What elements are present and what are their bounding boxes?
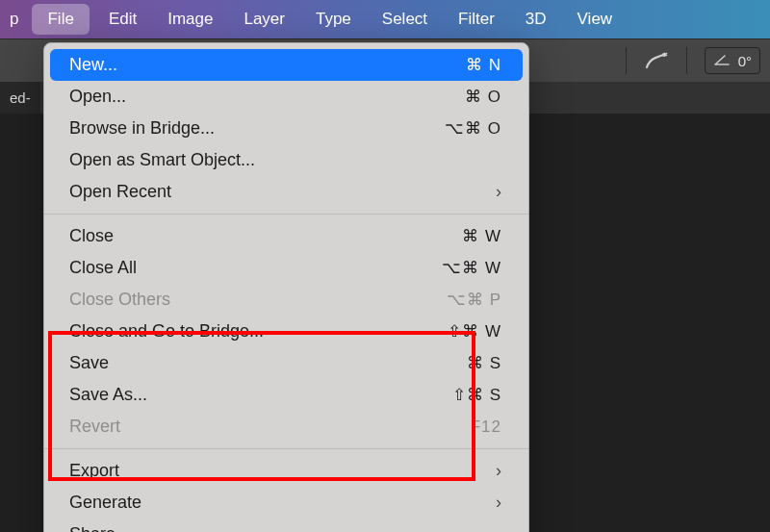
chevron-right-icon: › — [496, 461, 501, 481]
menu-item-label: Share... — [69, 524, 130, 532]
menu-item-close-go-to-bridge[interactable]: Close and Go to Bridge... ⇧⌘ W — [44, 316, 528, 347]
menu-item-label: Close — [69, 226, 114, 246]
menu-item-close[interactable]: Close ⌘ W — [44, 220, 528, 252]
remove-background-icon[interactable] — [644, 51, 669, 70]
menubar-item-file[interactable]: File — [32, 4, 89, 35]
menubar-item-layer[interactable]: Layer — [228, 0, 300, 38]
menu-item-shortcut: ⌘ W — [462, 226, 501, 246]
document-tab[interactable]: ed- — [0, 82, 40, 114]
menu-item-label: Export — [69, 461, 119, 481]
chevron-right-icon: › — [496, 182, 501, 202]
menubar-item-image[interactable]: Image — [152, 0, 228, 38]
menu-item-open[interactable]: Open... ⌘ O — [44, 81, 528, 113]
menubar-item-edit[interactable]: Edit — [93, 0, 152, 38]
menubar-label: Filter — [458, 10, 495, 29]
menu-item-label: Generate — [69, 493, 141, 513]
menu-item-browse-in-bridge[interactable]: Browse in Bridge... ⌥⌘ O — [44, 113, 528, 144]
rotation-angle-field[interactable]: 0° — [705, 47, 760, 74]
menu-item-shortcut: ⌥⌘ W — [442, 258, 501, 278]
angle-value: 0° — [738, 53, 752, 69]
options-divider — [686, 47, 687, 74]
menu-item-revert: Revert F12 — [44, 411, 528, 443]
menu-item-close-others: Close Others ⌥⌘ P — [44, 284, 528, 316]
menu-item-shortcut: ⇧⌘ S — [452, 385, 501, 405]
menu-item-shortcut: ⌘ N — [466, 55, 501, 75]
menubar-label: Type — [316, 10, 351, 29]
menu-item-open-as-smart-object[interactable]: Open as Smart Object... — [44, 144, 528, 176]
document-tab-label-fragment: ed- — [10, 89, 31, 106]
menu-item-shortcut: ⌘ S — [467, 353, 501, 373]
menu-item-label: New... — [69, 55, 117, 75]
menu-item-close-all[interactable]: Close All ⌥⌘ W — [44, 252, 528, 284]
chevron-right-icon: › — [496, 493, 501, 513]
menu-item-save-as[interactable]: Save As... ⇧⌘ S — [44, 379, 528, 411]
menubar-label: 3D — [526, 10, 547, 29]
angle-icon — [713, 53, 731, 69]
menu-item-save[interactable]: Save ⌘ S — [44, 347, 528, 379]
menu-item-label: Close All — [69, 258, 137, 278]
menu-item-label: Save As... — [69, 385, 147, 405]
menu-item-shortcut: ⌘ O — [465, 87, 501, 107]
menu-separator — [44, 448, 528, 449]
menu-separator — [44, 214, 528, 215]
menubar-label: Select — [382, 10, 427, 29]
menu-item-shortcut: ⌥⌘ O — [445, 118, 501, 139]
menu-item-label: Revert — [69, 417, 120, 437]
menu-item-label: Save — [69, 353, 109, 373]
menubar-label: Image — [167, 10, 213, 29]
menubar-label: File — [47, 10, 73, 29]
menu-item-label: Open as Smart Object... — [69, 150, 255, 170]
menubar-label: View — [578, 10, 613, 29]
menubar-item-3d[interactable]: 3D — [510, 0, 562, 38]
menu-item-shortcut: F12 — [471, 418, 501, 437]
menu-item-new[interactable]: New... ⌘ N — [50, 49, 523, 81]
menubar-label: Layer — [244, 10, 285, 29]
menubar-item-type[interactable]: Type — [300, 0, 367, 38]
menu-item-label: Open... — [69, 87, 126, 107]
menu-item-label: Browse in Bridge... — [69, 118, 215, 139]
menu-item-label: Close and Go to Bridge... — [69, 321, 264, 342]
options-divider — [626, 47, 627, 74]
app-menubar: p File Edit Image Layer Type Select Filt… — [0, 0, 770, 38]
menu-item-open-recent[interactable]: Open Recent › — [44, 176, 528, 208]
menubar-item-select[interactable]: Select — [367, 0, 443, 38]
menubar-item-filter[interactable]: Filter — [443, 0, 510, 38]
menu-item-shortcut: ⌥⌘ P — [447, 290, 501, 310]
app-name-fragment: p — [0, 10, 28, 29]
menubar-item-view[interactable]: View — [562, 0, 629, 38]
menu-item-label: Open Recent — [69, 182, 171, 202]
file-menu-dropdown: New... ⌘ N Open... ⌘ O Browse in Bridge.… — [43, 42, 529, 532]
menu-item-share[interactable]: Share... — [44, 519, 528, 532]
menu-item-label: Close Others — [69, 290, 170, 310]
menubar-label: Edit — [109, 10, 137, 29]
menu-item-shortcut: ⇧⌘ W — [448, 321, 501, 342]
menu-item-export[interactable]: Export › — [44, 455, 528, 487]
menu-item-generate[interactable]: Generate › — [44, 487, 528, 519]
